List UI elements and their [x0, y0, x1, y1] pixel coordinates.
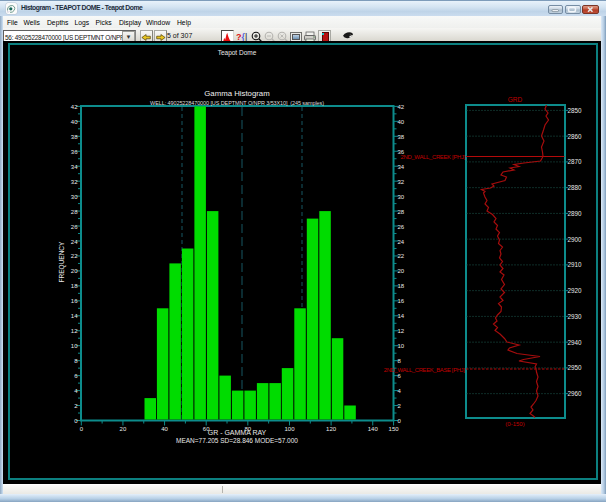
svg-text:2850: 2850 [568, 107, 583, 114]
svg-text:GRD: GRD [508, 96, 523, 103]
svg-text:2900: 2900 [568, 236, 583, 243]
svg-text:WELL: 49025228470000 [US DEPTM: WELL: 49025228470000 [US DEPTMNT O/NPR 3… [150, 100, 324, 106]
svg-text:20: 20 [120, 426, 127, 432]
svg-text:GR - GAMMA RAY: GR - GAMMA RAY [208, 429, 267, 436]
svg-text:42: 42 [398, 104, 405, 110]
svg-text:20: 20 [71, 268, 78, 274]
svg-text:0: 0 [398, 418, 402, 424]
svg-text:2950: 2950 [568, 364, 583, 371]
svg-text:8: 8 [398, 358, 402, 364]
svg-text:36: 36 [71, 149, 78, 155]
svg-text:2870: 2870 [568, 158, 583, 165]
svg-text:32: 32 [71, 179, 78, 185]
svg-text:10: 10 [398, 343, 405, 349]
svg-text:FREQUENCY: FREQUENCY [58, 241, 66, 282]
svg-text:24: 24 [71, 239, 78, 245]
svg-text:40: 40 [398, 119, 405, 125]
svg-text:22: 22 [71, 253, 78, 259]
svg-text:12: 12 [398, 328, 405, 334]
svg-text:10: 10 [71, 343, 78, 349]
svg-text:12: 12 [71, 328, 78, 334]
svg-text:42: 42 [71, 104, 78, 110]
svg-text:2920: 2920 [568, 287, 583, 294]
svg-text:20: 20 [398, 268, 405, 274]
svg-text:2ND_WALL_CREEK [PHJ]: 2ND_WALL_CREEK [PHJ] [401, 154, 466, 160]
svg-text:40: 40 [71, 119, 78, 125]
svg-text:0: 0 [80, 426, 84, 432]
svg-text:18: 18 [398, 283, 405, 289]
svg-text:34: 34 [398, 164, 405, 170]
svg-text:32: 32 [398, 179, 405, 185]
svg-text:30: 30 [398, 194, 405, 200]
svg-text:24: 24 [398, 239, 405, 245]
svg-text:14: 14 [71, 313, 78, 319]
svg-text:2890: 2890 [568, 210, 583, 217]
svg-text:MEAN=77.205 SD=28.846 MODE=57.: MEAN=77.205 SD=28.846 MODE=57.000 [176, 437, 298, 444]
svg-text:18: 18 [71, 283, 78, 289]
svg-text:6: 6 [398, 373, 402, 379]
svg-text:2960: 2960 [568, 390, 583, 397]
svg-text:(0-150): (0-150) [505, 421, 524, 427]
svg-text:16: 16 [398, 298, 405, 304]
svg-text:2: 2 [398, 403, 402, 409]
svg-text:2880: 2880 [568, 184, 583, 191]
svg-text:150: 150 [389, 426, 400, 432]
svg-text:2940: 2940 [568, 339, 583, 346]
svg-text:Teapot Dome: Teapot Dome [218, 49, 257, 57]
svg-text:2930: 2930 [568, 313, 583, 320]
svg-text:14: 14 [398, 313, 405, 319]
svg-text:2ND_WALL_CREEK_BASE [PHJ]: 2ND_WALL_CREEK_BASE [PHJ] [384, 367, 465, 373]
svg-text:30: 30 [71, 194, 78, 200]
svg-text:38: 38 [71, 134, 78, 140]
svg-text:26: 26 [398, 224, 405, 230]
svg-text:38: 38 [398, 134, 405, 140]
svg-text:26: 26 [71, 224, 78, 230]
svg-text:16: 16 [71, 298, 78, 304]
svg-text:28: 28 [71, 209, 78, 215]
svg-text:4: 4 [398, 388, 402, 394]
svg-text:140: 140 [368, 426, 379, 432]
svg-text:40: 40 [161, 426, 168, 432]
svg-text:120: 120 [326, 426, 337, 432]
svg-text:34: 34 [71, 164, 78, 170]
svg-text:22: 22 [398, 253, 405, 259]
svg-text:100: 100 [284, 426, 295, 432]
svg-text:28: 28 [398, 209, 405, 215]
svg-text:2910: 2910 [568, 261, 583, 268]
svg-text:Gamma Histogram: Gamma Histogram [204, 89, 269, 98]
svg-text:2860: 2860 [568, 133, 583, 140]
